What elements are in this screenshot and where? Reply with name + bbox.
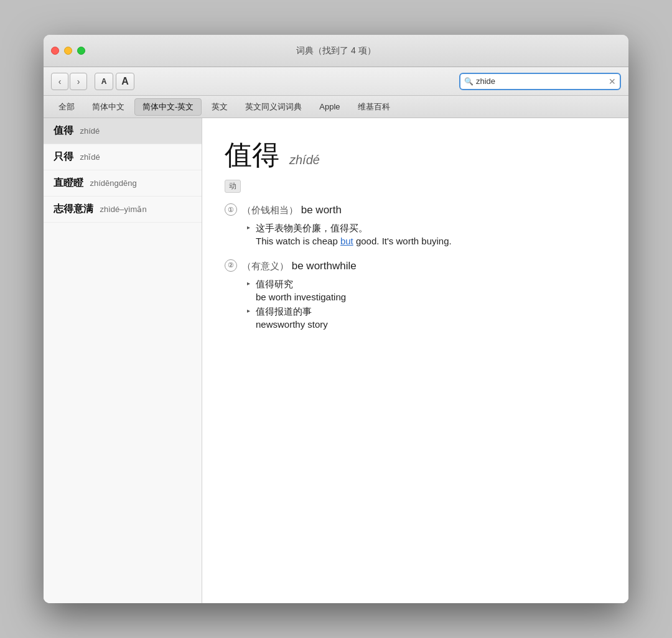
sidebar-word-1: 只得 (54, 151, 73, 162)
entry-pos: 动 (225, 180, 241, 193)
tab-thesaurus[interactable]: 英文同义词词典 (238, 99, 309, 115)
sidebar-item-0[interactable]: 值得 zhídé (44, 118, 202, 144)
back-button[interactable]: ‹ (51, 73, 68, 90)
main-content: 值得 zhídé 只得 zhǐdé 直瞪瞪 zhídēngdēng 志得意满 z… (44, 118, 628, 603)
def-number-2: ② （有意义） be worthwhile (225, 259, 606, 274)
close-button[interactable] (51, 47, 59, 55)
font-increase-button[interactable]: A (116, 73, 134, 90)
sidebar-pinyin-0: zhídé (80, 126, 100, 136)
search-input[interactable] (476, 76, 606, 86)
entry-pinyin: zhídé (289, 153, 320, 167)
font-size-controls: A A (95, 73, 134, 90)
tab-english[interactable]: 英文 (204, 99, 235, 115)
example-en-2-0: be worth investigating (256, 292, 606, 302)
app-window: 词典（找到了 4 项） ‹ › A A 🔍 ✕ 全部 简体中文 (44, 35, 628, 603)
example-item-2-0: 值得研究 be worth investigating (247, 279, 606, 302)
sidebar-item-2[interactable]: 直瞪瞪 zhídēngdēng (44, 170, 202, 196)
def-meaning-2: （有意义） be worthwhile (242, 259, 357, 274)
minimize-button[interactable] (64, 47, 72, 55)
fullscreen-button[interactable] (77, 47, 85, 55)
def-number-1: ① （价钱相当） be worth (225, 203, 606, 218)
forward-button[interactable]: › (70, 73, 87, 90)
tab-apple[interactable]: Apple (312, 99, 347, 114)
example-zh-2-0: 值得研究 (256, 279, 606, 290)
def-circle-2: ② (225, 259, 237, 272)
sidebar-item-1[interactable]: 只得 zhǐdé (44, 144, 202, 170)
sidebar-word-3: 志得意满 (54, 203, 93, 214)
tab-simplified[interactable]: 简体中文 (85, 99, 132, 115)
dictionary-content: 值得 zhídé 动 ① （价钱相当） be worth (202, 118, 628, 603)
sidebar: 值得 zhídé 只得 zhǐdé 直瞪瞪 zhídēngdēng 志得意满 z… (44, 118, 202, 603)
entry-word: 值得 (225, 137, 279, 173)
sidebar-word-2: 直瞪瞪 (54, 177, 83, 188)
tabbar: 全部 简体中文 简体中文-英文 英文 英文同义词词典 Apple 维基百科 (44, 96, 628, 118)
word-header: 值得 zhídé (225, 137, 606, 173)
sidebar-word-0: 值得 (54, 125, 73, 136)
tab-all[interactable]: 全部 (51, 99, 82, 115)
def-meaning-1: （价钱相当） be worth (242, 203, 342, 218)
sidebar-pinyin-2: zhídēngdēng (90, 178, 136, 188)
search-bar: 🔍 ✕ (459, 73, 621, 90)
example-link-1-0[interactable]: but (340, 236, 353, 246)
definition-1: ① （价钱相当） be worth 这手表物美价廉，值得买。 This watc… (225, 203, 606, 246)
sidebar-pinyin-3: zhìdé–yìmǎn (100, 205, 146, 214)
titlebar: 词典（找到了 4 项） (44, 35, 628, 67)
def-context-1: （价钱相当） (242, 205, 298, 215)
example-zh-2-1: 值得报道的事 (256, 306, 606, 318)
nav-buttons: ‹ › (51, 73, 87, 90)
examples-2: 值得研究 be worth investigating 值得报道的事 newsw… (247, 279, 606, 330)
font-decrease-button[interactable]: A (95, 73, 113, 90)
examples-1: 这手表物美价廉，值得买。 This watch is cheap but goo… (247, 223, 606, 246)
traffic-lights (51, 47, 85, 55)
example-zh-1-0: 这手表物美价廉，值得买。 (256, 223, 606, 234)
definition-2: ② （有意义） be worthwhile 值得研究 be worth inve… (225, 259, 606, 330)
sidebar-pinyin-1: zhǐdé (80, 152, 100, 162)
search-icon: 🔍 (464, 77, 474, 86)
clear-search-button[interactable]: ✕ (609, 76, 616, 86)
example-item-1-0: 这手表物美价廉，值得买。 This watch is cheap but goo… (247, 223, 606, 246)
tab-simplified-en[interactable]: 简体中文-英文 (134, 98, 202, 116)
def-context-2: （有意义） (242, 261, 289, 271)
example-item-2-1: 值得报道的事 newsworthy story (247, 306, 606, 330)
sidebar-item-3[interactable]: 志得意满 zhìdé–yìmǎn (44, 196, 202, 223)
toolbar: ‹ › A A 🔍 ✕ (44, 67, 628, 96)
def-circle-1: ① (225, 203, 237, 216)
example-en-2-1: newsworthy story (256, 319, 606, 330)
tab-wiki[interactable]: 维基百科 (350, 99, 398, 115)
example-en-1-0: This watch is cheap but good. It's worth… (256, 236, 606, 246)
window-title: 词典（找到了 4 项） (296, 45, 376, 57)
